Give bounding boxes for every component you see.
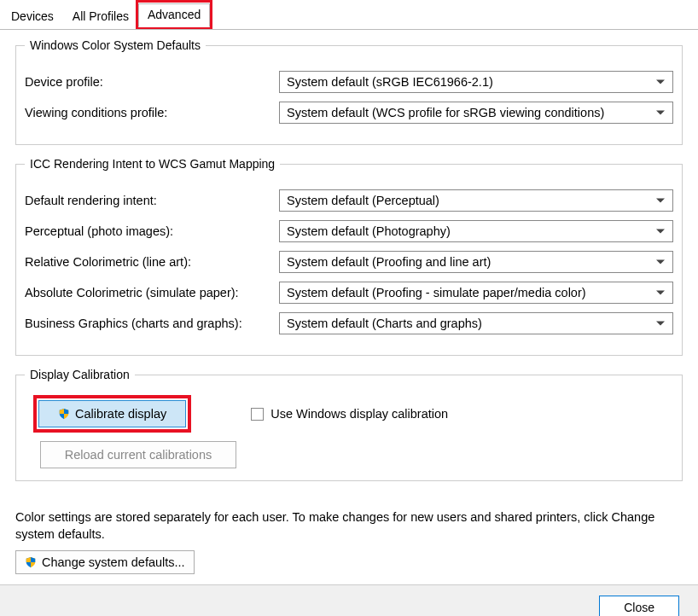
color-management-window: Devices All Profiles Advanced Windows Co… xyxy=(0,0,698,616)
group-display-calibration: Display Calibration Calibrate display Us… xyxy=(15,368,683,481)
group-icc-rendering-intent: ICC Rendering Intent to WCS Gamut Mappin… xyxy=(15,157,683,356)
use-windows-calibration-label: Use Windows display calibration xyxy=(270,407,448,421)
combo-device-profile[interactable]: System default (sRGB IEC61966-2.1) xyxy=(279,71,673,93)
tab-devices[interactable]: Devices xyxy=(2,5,63,29)
highlight-calibrate-button: Calibrate display xyxy=(33,395,191,433)
row-business: Business Graphics (charts and graphs): S… xyxy=(25,312,673,334)
combo-viewing-conditions-value[interactable]: System default (WCS profile for sRGB vie… xyxy=(279,102,673,124)
label-default-intent: Default rendering intent: xyxy=(25,194,272,207)
group-legend: ICC Rendering Intent to WCS Gamut Mappin… xyxy=(25,157,280,171)
combo-viewing-conditions[interactable]: System default (WCS profile for sRGB vie… xyxy=(279,102,673,124)
group-legend: Windows Color System Defaults xyxy=(25,38,206,52)
combo-relative[interactable]: System default (Proofing and line art) xyxy=(279,251,673,273)
label-relative: Relative Colorimetric (line art): xyxy=(25,255,272,269)
label-absolute: Absolute Colorimetric (simulate paper): xyxy=(25,286,272,299)
row-device-profile: Device profile: System default (sRGB IEC… xyxy=(25,71,673,93)
label-viewing-conditions: Viewing conditions profile: xyxy=(25,106,272,119)
footer-note: Color settings are stored separately for… xyxy=(0,498,698,550)
label-perceptual: Perceptual (photo images): xyxy=(25,224,272,238)
calibrate-display-label: Calibrate display xyxy=(75,407,166,421)
change-system-defaults-label: Change system defaults... xyxy=(42,555,185,569)
tab-strip: Devices All Profiles Advanced xyxy=(0,0,698,29)
combo-default-intent[interactable]: System default (Perceptual) xyxy=(279,189,673,212)
change-system-defaults-button[interactable]: Change system defaults... xyxy=(15,550,195,574)
group-windows-color-system-defaults: Windows Color System Defaults Device pro… xyxy=(15,38,683,145)
row-relative: Relative Colorimetric (line art): System… xyxy=(25,251,673,273)
combo-relative-value[interactable]: System default (Proofing and line art) xyxy=(279,251,673,273)
calibration-row-2: Reload current calibrations xyxy=(25,433,673,468)
close-button[interactable]: Close xyxy=(599,596,679,616)
combo-business-value[interactable]: System default (Charts and graphs) xyxy=(279,312,673,334)
highlight-advanced-tab: Advanced xyxy=(136,0,212,29)
combo-perceptual-value[interactable]: System default (Photography) xyxy=(279,220,673,242)
combo-default-intent-value[interactable]: System default (Perceptual) xyxy=(279,189,673,212)
combo-absolute[interactable]: System default (Proofing - simulate pape… xyxy=(279,282,673,304)
combo-device-profile-value[interactable]: System default (sRGB IEC61966-2.1) xyxy=(279,71,673,93)
row-default-intent: Default rendering intent: System default… xyxy=(25,189,673,212)
uac-shield-icon xyxy=(58,408,70,420)
calibration-row-1: Calibrate display Use Windows display ca… xyxy=(25,392,673,433)
calibrate-display-button[interactable]: Calibrate display xyxy=(38,400,186,427)
label-business: Business Graphics (charts and graphs): xyxy=(25,317,272,330)
row-absolute: Absolute Colorimetric (simulate paper): … xyxy=(25,282,673,304)
row-perceptual: Perceptual (photo images): System defaul… xyxy=(25,220,673,242)
use-windows-calibration-checkbox[interactable]: Use Windows display calibration xyxy=(251,407,448,421)
row-viewing-conditions: Viewing conditions profile: System defau… xyxy=(25,102,673,124)
group-legend: Display Calibration xyxy=(25,368,135,381)
tab-content-advanced: Windows Color System Defaults Device pro… xyxy=(0,29,698,498)
combo-perceptual[interactable]: System default (Photography) xyxy=(279,220,673,242)
combo-absolute-value[interactable]: System default (Proofing - simulate pape… xyxy=(279,282,673,304)
footer-button-row: Change system defaults... xyxy=(0,550,698,584)
tab-all-profiles[interactable]: All Profiles xyxy=(63,5,138,29)
checkbox-box[interactable] xyxy=(251,408,264,421)
combo-business[interactable]: System default (Charts and graphs) xyxy=(279,312,673,334)
reload-calibrations-button[interactable]: Reload current calibrations xyxy=(40,441,236,468)
tab-advanced[interactable]: Advanced xyxy=(138,3,210,27)
dialog-bottom-bar: Close xyxy=(0,584,698,616)
uac-shield-icon xyxy=(25,556,37,568)
label-device-profile: Device profile: xyxy=(25,75,272,89)
